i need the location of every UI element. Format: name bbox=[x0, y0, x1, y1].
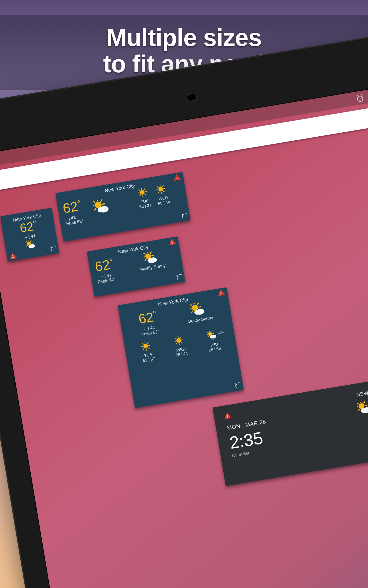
alert-badge[interactable]: 1 bbox=[168, 238, 176, 245]
sun-cloud-icon bbox=[92, 198, 112, 217]
sun-cloud-icon bbox=[25, 239, 37, 251]
forecast-row: TUE 52 | 37 WED 58 | 44 bbox=[136, 184, 171, 209]
forecast-day: TUE 52 | 37 bbox=[136, 187, 152, 209]
headline-line-1: Multiple sizes bbox=[106, 24, 262, 51]
sun-cloud-icon bbox=[356, 400, 368, 417]
tablet-screen: 10:00 New York City 62° -- | 41 1 New Yo… bbox=[0, 82, 368, 588]
rain-percent: 40% bbox=[218, 330, 224, 334]
weather-widget-tall[interactable]: New York City 1 62° -- | 41 Feels 62° Mo… bbox=[118, 287, 244, 408]
weather-widget-medium[interactable]: New York City 1 62° -- | 41 Feels 62° Mo… bbox=[87, 236, 185, 297]
sun-icon bbox=[156, 184, 167, 195]
camera-dot bbox=[186, 93, 197, 102]
alert-badge[interactable]: 1 bbox=[224, 412, 232, 419]
sun-icon bbox=[141, 341, 152, 352]
refresh-button[interactable] bbox=[175, 273, 182, 281]
refresh-button[interactable] bbox=[181, 212, 188, 220]
current-temp: 62° bbox=[94, 257, 114, 273]
forecast-day: WED 58 | 44 bbox=[173, 335, 188, 358]
refresh-button[interactable] bbox=[49, 244, 56, 253]
current-temp: 62° bbox=[62, 199, 82, 215]
sun-icon bbox=[174, 335, 185, 346]
alert-badge[interactable]: 1 bbox=[9, 252, 17, 260]
sun-icon bbox=[137, 187, 149, 198]
alarm-icon bbox=[355, 93, 364, 103]
wifi-icon bbox=[366, 91, 368, 100]
alert-badge[interactable]: 1 bbox=[173, 174, 181, 181]
current-temp: 62° bbox=[138, 310, 158, 326]
forecast-day: WED 58 | 44 bbox=[155, 184, 170, 206]
forecast-day: 40% THU 65 | 56 bbox=[206, 330, 221, 353]
rain-icon bbox=[206, 330, 218, 341]
weather-widget-wide[interactable]: New York City 1 62° -- | 41 Feels 62° TU… bbox=[56, 172, 191, 241]
weather-widget-small[interactable]: New York City 62° -- | 41 1 bbox=[0, 208, 59, 262]
alert-badge[interactable]: 1 bbox=[217, 289, 225, 296]
forecast-day: TUE 52 | 37 bbox=[140, 341, 155, 364]
tablet-device: 10:00 New York City 62° -- | 41 1 New Yo… bbox=[0, 27, 368, 588]
refresh-button[interactable] bbox=[234, 381, 241, 390]
